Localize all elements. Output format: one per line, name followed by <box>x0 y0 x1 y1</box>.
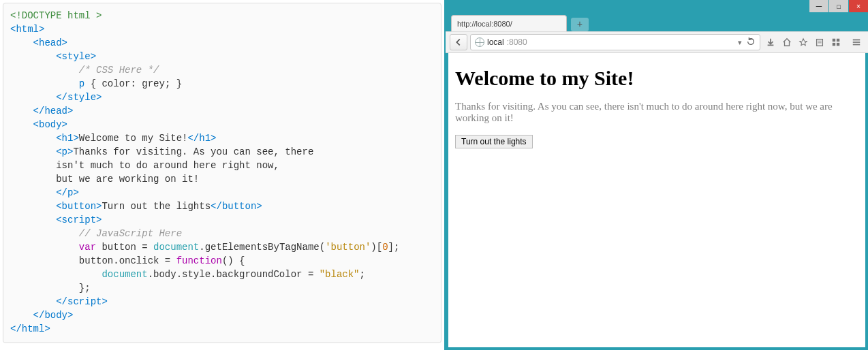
turn-out-lights-button[interactable]: Turn out the lights <box>455 135 533 148</box>
globe-icon <box>475 37 484 47</box>
reload-icon <box>746 37 756 46</box>
arrow-left-icon <box>454 37 463 47</box>
page-paragraph: Thanks for visiting. As you can see, the… <box>455 101 858 124</box>
reading-list-button[interactable] <box>812 34 827 50</box>
url-host: local <box>487 37 504 47</box>
download-icon <box>766 37 775 47</box>
window-maximize-button[interactable]: ☐ <box>829 0 848 12</box>
svg-rect-6 <box>837 43 839 46</box>
new-tab-button[interactable]: + <box>571 18 589 31</box>
source-code: <!DOCTYPE html ><html> <head> <style> /*… <box>10 9 434 336</box>
svg-rect-3 <box>833 39 835 42</box>
browser-window: — ☐ ✕ http://local:8080/ + local:8080 ▾ <box>444 0 868 350</box>
svg-rect-4 <box>837 39 839 42</box>
reload-button[interactable] <box>746 37 756 48</box>
menu-button[interactable] <box>849 34 864 50</box>
bookmark-button[interactable] <box>796 34 811 50</box>
dropdown-icon[interactable]: ▾ <box>738 38 742 47</box>
svg-rect-5 <box>833 43 835 46</box>
page-content: Welcome to my Site! Thanks for visiting.… <box>448 53 865 347</box>
browser-tab[interactable]: http://local:8080/ <box>451 15 567 31</box>
star-icon <box>799 37 808 47</box>
grid-icon <box>831 37 841 47</box>
downloads-button[interactable] <box>763 34 778 50</box>
window-minimize-button[interactable]: — <box>809 0 828 12</box>
address-bar[interactable]: local:8080 ▾ <box>470 34 760 50</box>
hamburger-icon <box>852 37 861 47</box>
back-button[interactable] <box>450 34 467 50</box>
clipboard-icon <box>815 37 824 47</box>
home-icon <box>782 37 792 47</box>
window-titlebar: — ☐ ✕ <box>446 0 868 12</box>
url-port: :8080 <box>507 37 527 47</box>
code-editor-panel: <!DOCTYPE html ><html> <head> <style> /*… <box>3 3 441 343</box>
addons-button[interactable] <box>828 34 843 50</box>
home-button[interactable] <box>779 34 794 50</box>
navigation-toolbar: local:8080 ▾ <box>446 31 868 53</box>
tab-title: http://local:8080/ <box>457 20 512 28</box>
window-close-button[interactable]: ✕ <box>849 0 868 12</box>
page-heading: Welcome to my Site! <box>455 67 858 90</box>
tab-strip: http://local:8080/ + <box>446 12 868 31</box>
